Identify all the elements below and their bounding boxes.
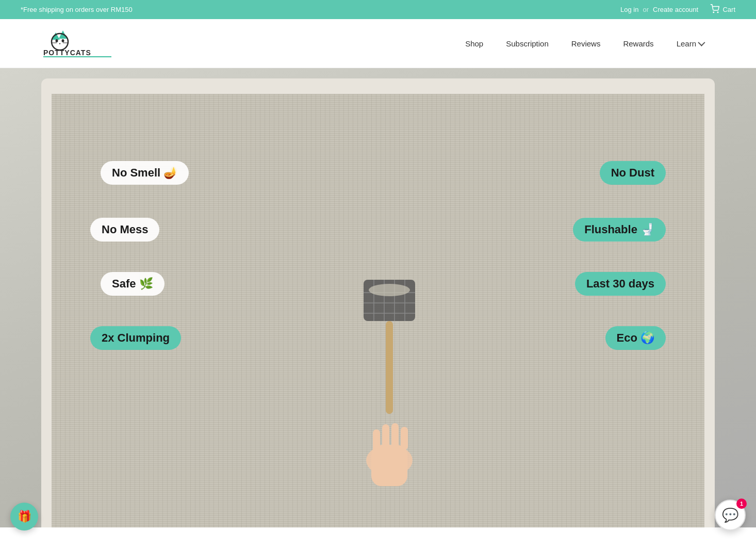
chat-icon: 💬 [722, 507, 738, 523]
svg-rect-23 [373, 429, 380, 453]
cart-icon [710, 4, 719, 15]
chevron-down-icon [698, 39, 705, 46]
chat-badge: 1 [736, 499, 747, 509]
separator: or [643, 6, 649, 13]
gift-icon: 🎁 [18, 510, 31, 523]
svg-rect-19 [386, 321, 393, 414]
bubble-flushable: Flushable 🚽 [573, 218, 666, 242]
svg-point-0 [713, 12, 714, 13]
promo-text: *Free shipping on orders over RM150 [21, 6, 133, 13]
bubble-no-dust: No Dust [600, 161, 666, 185]
bubble-2x-clumping: 2x Clumping [90, 326, 181, 350]
svg-point-1 [718, 12, 719, 13]
logo-svg: POTTYCATS [41, 28, 113, 58]
cart-link[interactable]: Cart [710, 4, 735, 15]
auth-links: Log in or Create account Cart [620, 4, 735, 15]
svg-rect-24 [382, 424, 389, 450]
svg-rect-26 [401, 427, 408, 450]
nav-shop[interactable]: Shop [454, 34, 495, 53]
svg-point-4 [52, 34, 68, 50]
inner-tray: No Smell 🪔 No Mess Safe 🌿 2x Clumping No… [41, 78, 715, 527]
hero-section: No Smell 🪔 No Mess Safe 🌿 2x Clumping No… [0, 68, 756, 527]
svg-point-20 [369, 284, 410, 296]
header: POTTYCATS Shop Subscription Reviews Rewa… [0, 19, 756, 68]
chat-float-button[interactable]: 💬 1 [715, 500, 746, 531]
svg-point-6 [62, 39, 64, 42]
nav-learn[interactable]: Learn [665, 34, 715, 53]
nav-reviews[interactable]: Reviews [560, 34, 612, 53]
rewards-float-button[interactable]: 🎁 [10, 503, 38, 531]
create-account-link[interactable]: Create account [653, 6, 698, 13]
cart-label: Cart [722, 6, 735, 13]
bubble-last-30: Last 30 days [575, 272, 666, 296]
bubble-eco: Eco 🌍 [605, 326, 666, 350]
svg-rect-25 [391, 423, 399, 450]
main-nav: Shop Subscription Reviews Rewards Learn [454, 34, 715, 53]
nav-learn-label: Learn [677, 39, 696, 48]
nav-subscription[interactable]: Subscription [495, 34, 560, 53]
logo: POTTYCATS [41, 28, 113, 58]
announcement-bar: *Free shipping on orders over RM150 Log … [0, 0, 756, 19]
bubble-safe: Safe 🌿 [101, 272, 165, 296]
nav-rewards[interactable]: Rewards [612, 34, 665, 53]
bubble-no-mess: No Mess [90, 218, 159, 242]
svg-text:POTTYCATS: POTTYCATS [43, 49, 91, 57]
bubble-no-smell: No Smell 🪔 [101, 161, 189, 185]
login-link[interactable]: Log in [620, 6, 638, 13]
svg-point-5 [56, 39, 58, 42]
scoop-svg [333, 269, 446, 527]
